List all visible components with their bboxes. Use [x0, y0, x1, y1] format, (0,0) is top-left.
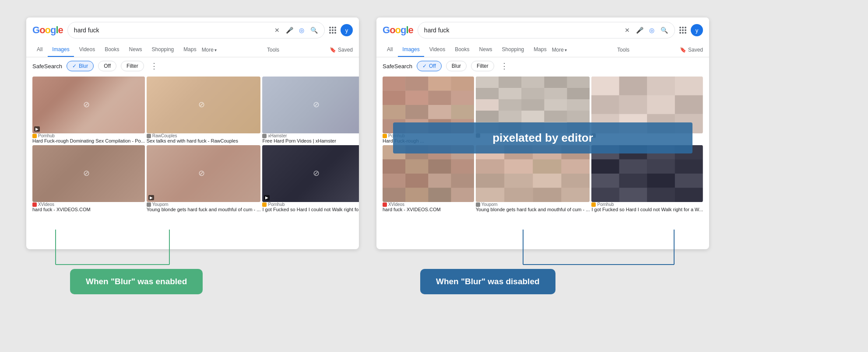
tab-videos-right[interactable]: Videos — [425, 43, 450, 57]
svg-rect-65 — [383, 174, 405, 188]
image-card-0-left[interactable]: ⊘ ▶ Pornhub Hard Fuck-rough Dominating S… — [32, 77, 145, 143]
tab-news-right[interactable]: News — [475, 43, 497, 57]
source-name-5-left: Pornhub — [268, 202, 285, 207]
tab-books-right[interactable]: Books — [450, 43, 474, 57]
svg-rect-34 — [499, 111, 521, 122]
camera-icon-right[interactable]: ◎ — [647, 26, 656, 35]
left-search-input-wrapper[interactable]: ✕ 🎤 ◎ 🔍 — [67, 22, 325, 38]
clear-icon-right[interactable]: ✕ — [623, 26, 632, 35]
tab-more-right[interactable]: More ▾ — [552, 47, 567, 53]
tab-shopping-left[interactable]: Shopping — [148, 43, 179, 57]
mic-icon-right[interactable]: 🎤 — [635, 26, 644, 35]
svg-rect-99 — [591, 174, 619, 188]
svg-rect-46 — [647, 77, 675, 95]
right-search-input[interactable] — [424, 27, 619, 34]
svg-rect-68 — [451, 174, 474, 188]
more-options-left[interactable]: ⋮ — [150, 61, 158, 71]
right-search-input-wrapper[interactable]: ✕ 🎤 ◎ 🔍 — [418, 22, 675, 38]
mic-icon[interactable]: 🎤 — [285, 26, 294, 35]
safesearch-off-btn-right[interactable]: ✓ Off — [417, 61, 442, 71]
source-label-3-left: XVideos — [32, 202, 145, 207]
safesearch-blur-btn-left[interactable]: ✓ Blur — [67, 61, 94, 71]
source-label-4-right: Youporn — [476, 202, 590, 207]
tab-shopping-right[interactable]: Shopping — [498, 43, 529, 57]
svg-rect-18 — [476, 77, 499, 88]
image-card-3-right[interactable]: XVideos hard fuck - XVIDEOS.COM — [383, 145, 474, 212]
panels-row: Google ✕ 🎤 ◎ 🔍 y — [0, 0, 868, 352]
svg-rect-103 — [591, 188, 619, 202]
image-card-5-right[interactable]: Pornhub I got Fucked so Hard I could not… — [591, 145, 703, 212]
image-title-3-right: hard fuck - XVIDEOS.COM — [383, 207, 474, 212]
tab-saved-left[interactable]: 🔖 Saved — [330, 47, 353, 53]
svg-rect-89 — [561, 188, 590, 202]
left-search-bar: Google ✕ 🎤 ◎ 🔍 y — [26, 17, 359, 43]
source-dot-1-left — [147, 134, 151, 138]
tab-maps-left[interactable]: Maps — [179, 43, 200, 57]
svg-rect-81 — [561, 160, 590, 174]
tab-all-right[interactable]: All — [383, 43, 397, 57]
source-dot-0-right — [383, 134, 387, 138]
tab-books-left[interactable]: Books — [100, 43, 123, 57]
image-card-1-left[interactable]: ⊘ RawCouples Sex talks end with hard fuc… — [147, 77, 261, 143]
svg-rect-70 — [405, 188, 428, 202]
avatar-left[interactable]: y — [341, 24, 353, 36]
tab-maps-right[interactable]: Maps — [529, 43, 551, 57]
source-dot-0-left — [32, 134, 37, 138]
image-title-4-right: Young blonde gets hard fuck and mouthful… — [476, 207, 590, 212]
apps-icon-right[interactable] — [679, 27, 686, 34]
svg-rect-47 — [675, 77, 703, 95]
image-card-4-right[interactable]: Youporn Young blonde gets hard fuck and … — [476, 145, 590, 212]
image-card-2-left[interactable]: ⊘ xHamster Free Hard Porn Videos | xHams… — [262, 77, 359, 143]
svg-rect-25 — [521, 88, 544, 99]
svg-rect-101 — [647, 174, 675, 188]
left-search-input[interactable] — [74, 27, 269, 34]
avatar-right[interactable]: y — [691, 24, 703, 36]
safesearch-filter-btn-left[interactable]: Filter — [121, 61, 144, 71]
search-icon-right[interactable]: 🔍 — [660, 26, 668, 35]
svg-rect-104 — [619, 188, 647, 202]
image-card-5-left[interactable]: ⊘ ▶ Pornhub I got Fucked so Hard I could… — [262, 145, 359, 212]
safesearch-filter-btn-right[interactable]: Filter — [471, 61, 494, 71]
source-label-0-left: Pornhub — [32, 133, 145, 138]
right-search-bar: Google ✕ 🎤 ◎ 🔍 y — [376, 17, 709, 43]
tab-images-right[interactable]: Images — [398, 43, 424, 57]
check-icon-right: ✓ — [422, 63, 427, 69]
search-icon[interactable]: 🔍 — [309, 26, 318, 35]
image-title-3-left: hard fuck - XVIDEOS.COM — [32, 207, 145, 212]
svg-rect-95 — [591, 160, 619, 174]
image-card-3-left[interactable]: ⊘ XVideos hard fuck - XVIDEOS.COM — [32, 145, 145, 212]
svg-rect-29 — [499, 99, 521, 111]
svg-rect-48 — [591, 95, 619, 114]
camera-icon[interactable]: ◎ — [297, 26, 306, 35]
tab-images-left[interactable]: Images — [48, 43, 74, 57]
svg-rect-50 — [647, 95, 675, 114]
tab-videos-left[interactable]: Videos — [75, 43, 99, 57]
source-name-0-left: Pornhub — [38, 133, 55, 138]
image-title-0-left: Hard Fuck-rough Dominating Sex Compilati… — [32, 138, 145, 143]
svg-rect-98 — [675, 160, 703, 174]
tab-saved-right[interactable]: 🔖 Saved — [680, 47, 703, 53]
main-container: Google ✕ 🎤 ◎ 🔍 y — [0, 0, 868, 352]
image-title-1-left: Sex talks end with hard fuck - RawCouple… — [147, 138, 261, 143]
apps-icon[interactable] — [329, 27, 336, 34]
safesearch-blur-btn-right[interactable]: Blur — [446, 61, 467, 71]
svg-rect-44 — [591, 77, 619, 95]
svg-rect-49 — [619, 95, 647, 114]
svg-rect-36 — [544, 111, 567, 122]
svg-rect-23 — [476, 88, 499, 99]
tab-more-left[interactable]: More ▾ — [202, 47, 217, 53]
svg-rect-61 — [383, 160, 405, 174]
clear-icon[interactable]: ✕ — [273, 26, 281, 35]
svg-rect-82 — [476, 174, 504, 188]
safesearch-off-btn-left[interactable]: Off — [98, 61, 116, 71]
tab-tools-left[interactable]: Tools — [263, 43, 284, 56]
tab-tools-right[interactable]: Tools — [613, 43, 634, 56]
source-dot-5-right — [591, 202, 596, 207]
tab-all-left[interactable]: All — [32, 43, 47, 57]
tab-news-left[interactable]: News — [125, 43, 147, 57]
source-dot-4-left — [147, 202, 151, 207]
image-card-4-left[interactable]: ⊘ ▶ Youporn Young blonde gets hard fuck … — [147, 145, 261, 212]
svg-rect-12 — [451, 105, 474, 119]
more-options-right[interactable]: ⋮ — [500, 61, 508, 71]
source-label-5-left: Pornhub — [262, 202, 359, 207]
